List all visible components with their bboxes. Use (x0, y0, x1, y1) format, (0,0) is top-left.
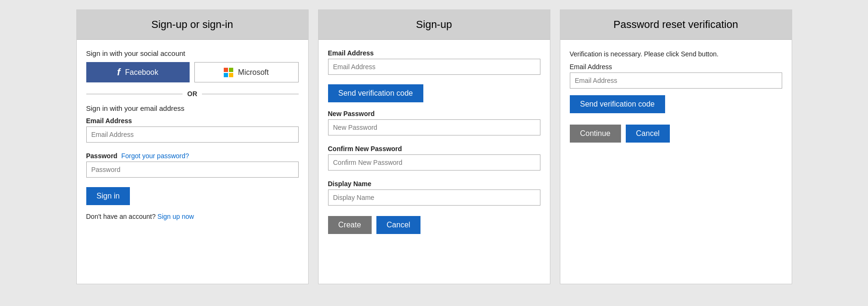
continue-button[interactable]: Continue (570, 125, 621, 143)
email-field-group: Email Address (86, 117, 299, 149)
new-password-field-group: New Password (328, 110, 540, 142)
forgot-password-link[interactable]: Forgot your password? (121, 152, 189, 160)
confirm-password-input[interactable] (328, 154, 540, 171)
display-name-field-group: Display Name (328, 180, 540, 212)
signup-email-field-group: Email Address (328, 49, 540, 81)
create-button[interactable]: Create (328, 216, 372, 234)
no-account-text: Don't have an account? Sign up now (86, 213, 299, 220)
reset-panel-title: Password reset verification (560, 10, 792, 40)
confirm-password-label: Confirm New Password (328, 145, 540, 153)
signin-panel-title: Sign-up or sign-in (77, 10, 308, 40)
email-section-label: Sign in with your email address (86, 104, 299, 112)
reset-info-text: Verification is necessary. Please click … (570, 49, 782, 59)
new-password-input[interactable] (328, 119, 540, 135)
or-divider: OR (86, 90, 299, 98)
microsoft-button[interactable]: Microsoft (194, 62, 299, 82)
signup-email-input[interactable] (328, 59, 540, 75)
reset-panel: Password reset verification Verification… (560, 9, 792, 284)
reset-send-code-button[interactable]: Send verification code (570, 95, 665, 113)
facebook-label: Facebook (125, 68, 158, 77)
signup-button-row: Create Cancel (328, 216, 540, 234)
password-label: Password (86, 152, 118, 160)
password-input[interactable] (86, 162, 299, 178)
new-password-label: New Password (328, 110, 540, 117)
password-label-row: Password Forgot your password? (86, 152, 299, 160)
signup-panel-title: Sign-up (319, 10, 550, 40)
sign-up-now-link[interactable]: Sign up now (157, 213, 194, 220)
facebook-button[interactable]: f Facebook (86, 62, 190, 82)
signin-panel: Sign-up or sign-in Sign in with your soc… (76, 9, 309, 284)
signup-cancel-button[interactable]: Cancel (376, 216, 421, 234)
reset-email-label: Email Address (570, 63, 782, 71)
password-field-group: Password Forgot your password? (86, 152, 299, 184)
signup-email-label: Email Address (328, 49, 540, 57)
reset-cancel-button[interactable]: Cancel (626, 125, 670, 143)
microsoft-icon (224, 68, 233, 77)
facebook-icon: f (117, 67, 120, 78)
signup-panel: Sign-up Email Address Send verification … (318, 9, 550, 284)
social-section-label: Sign in with your social account (86, 49, 299, 57)
reset-email-input[interactable] (570, 72, 782, 89)
confirm-password-field-group: Confirm New Password (328, 145, 540, 177)
email-label: Email Address (86, 117, 299, 125)
social-buttons: f Facebook Microsoft (86, 62, 299, 82)
display-name-input[interactable] (328, 189, 540, 206)
or-text: OR (187, 90, 197, 98)
send-verification-code-button[interactable]: Send verification code (328, 84, 423, 102)
sign-in-button[interactable]: Sign in (86, 187, 130, 205)
display-name-label: Display Name (328, 180, 540, 188)
microsoft-label: Microsoft (238, 68, 269, 77)
email-input[interactable] (86, 126, 299, 143)
reset-button-row: Continue Cancel (570, 125, 782, 143)
